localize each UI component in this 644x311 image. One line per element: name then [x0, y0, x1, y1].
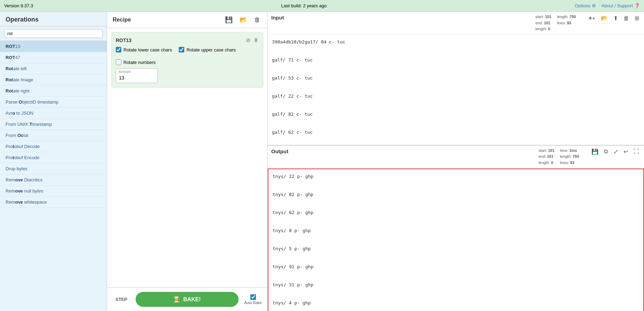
- search-input[interactable]: [4, 29, 103, 38]
- output-line: tnys/ 82 p- ghp: [273, 190, 639, 199]
- input-header: Input start: 101 length: 750 end: 101 li…: [268, 12, 644, 35]
- sidebar-item-rotate-image[interactable]: Rotate Image: [0, 74, 107, 85]
- rot13-title: ROT13: [116, 38, 131, 43]
- output-length-label: length: 750: [560, 154, 579, 160]
- sidebar-item-from-unix[interactable]: From UNIX Timestamp: [0, 119, 107, 130]
- amount-label: Amount: [119, 70, 130, 74]
- upload-icon: [613, 15, 618, 21]
- rotate-lower-checkbox[interactable]: [116, 47, 121, 52]
- rot13-disable-button[interactable]: [246, 37, 250, 43]
- plus-icon: +: [588, 15, 595, 21]
- sidebar-item-rotate-right[interactable]: Rotate right: [0, 85, 107, 97]
- input-actions: +: [587, 14, 641, 23]
- sidebar-item-from-octal[interactable]: From Octal: [0, 130, 107, 141]
- about-link[interactable]: About / Support: [602, 3, 640, 8]
- sidebar-item-parse-objectid[interactable]: Parse ObjectID timestamp: [0, 97, 107, 108]
- sidebar-item-rotate-left[interactable]: Rotate left: [0, 63, 107, 74]
- chef-icon: [174, 296, 180, 303]
- step-button[interactable]: STEP: [113, 295, 130, 303]
- main-layout: Operations ROT13 ROT47 Rotate left Rotat…: [0, 12, 644, 311]
- input-line: [272, 119, 640, 128]
- output-line: [273, 308, 639, 311]
- input-end-label: end: 101: [536, 20, 552, 26]
- recipe-actions: [224, 15, 262, 24]
- rotate-lower-checkbox-item[interactable]: Rotate lower case chars: [116, 47, 172, 52]
- sidebar-item-drop-bytes[interactable]: Drop bytes: [0, 163, 107, 174]
- recipe-save-button[interactable]: [224, 15, 234, 24]
- sidebar-item-rot13[interactable]: ROT13: [0, 41, 107, 52]
- top-right-links: Options About / Support: [575, 3, 640, 8]
- recipe-panel: Recipe ROT13: [107, 12, 268, 311]
- output-line: tnys/ 5 p- ghp: [273, 244, 639, 253]
- input-length-label: length: 750: [557, 14, 576, 20]
- top-bar: Version 9.37.3 Last build: 2 years ago O…: [0, 0, 644, 12]
- output-title: Output: [271, 148, 288, 154]
- input-grid-button[interactable]: [633, 14, 641, 22]
- output-line: [273, 217, 639, 226]
- copy-icon: [604, 148, 608, 154]
- output-fullscreen-button[interactable]: [632, 148, 641, 155]
- sidebar-item-protobuf-encode[interactable]: Protobuf Encode: [0, 152, 107, 163]
- sidebar-list: ROT13 ROT47 Rotate left Rotate Image Rot…: [0, 41, 107, 311]
- bake-bar: STEP BAKE! Auto Bake: [107, 287, 267, 311]
- save-icon: [225, 16, 233, 23]
- right-panel: Input start: 101 length: 750 end: 101 li…: [268, 12, 644, 311]
- input-line: galf/ 82 c- tuc: [272, 110, 640, 119]
- sidebar-item-remove-whitespace[interactable]: Remove whitespace: [0, 197, 107, 208]
- sidebar-item-remove-null[interactable]: Remove null bytes: [0, 186, 107, 197]
- input-line: galf/ 53 c- tuc: [272, 74, 640, 83]
- sidebar-item-remove-diacritics[interactable]: Remove Diacritics: [0, 174, 107, 186]
- recipe-delete-button[interactable]: [253, 16, 262, 24]
- amount-field: Amount: [116, 68, 259, 83]
- divider-dots: · · · · · · · · · ·: [268, 140, 644, 145]
- open-icon: [240, 16, 247, 23]
- input-delete-button[interactable]: [622, 15, 630, 22]
- question-icon: [634, 3, 640, 8]
- output-length2-label: length: 0: [539, 160, 555, 166]
- input-line: 398a4db10/b2ga17/ 04 c- tuc: [272, 38, 640, 47]
- bake-button[interactable]: BAKE!: [136, 292, 239, 307]
- input-content: 398a4db10/b2ga17/ 04 c- tuc galf/ 71 c- …: [268, 35, 644, 140]
- input-open-button[interactable]: [599, 14, 609, 22]
- recipe-open-button[interactable]: [238, 15, 249, 24]
- input-line: [272, 101, 640, 110]
- output-line: [273, 253, 639, 262]
- rot13-pause-button[interactable]: [253, 37, 259, 43]
- last-build-label: Last build: 2 years ago: [281, 3, 327, 8]
- sidebar-item-protobuf-decode[interactable]: Protobuf Decode: [0, 141, 107, 152]
- auto-bake-checkbox[interactable]: [250, 294, 256, 300]
- rot13-block: ROT13 Rotate lower case chars: [111, 32, 263, 88]
- rotate-numbers-checkbox[interactable]: [116, 59, 121, 65]
- input-meta: start: 101 length: 750 end: 101 lines: 9…: [536, 14, 576, 32]
- undo-icon: [623, 149, 628, 155]
- options-link[interactable]: Options: [575, 3, 596, 8]
- output-line: tnys/ 62 p- ghp: [273, 208, 639, 217]
- delete-icon: [623, 15, 629, 21]
- output-undo-button[interactable]: [622, 148, 629, 156]
- sidebar-item-rot47[interactable]: ROT47: [0, 52, 107, 63]
- output-line: tnys/ 91 p- ghp: [273, 262, 639, 271]
- rotate-upper-checkbox-item[interactable]: Rotate upper case chars: [179, 47, 236, 52]
- output-lines-label: lines: 93: [560, 160, 579, 166]
- input-line: galf/ 62 c- tuc: [272, 128, 640, 137]
- input-line: [272, 47, 640, 56]
- output-copy-button[interactable]: [603, 148, 609, 155]
- input-line: [272, 65, 640, 74]
- rotate-upper-checkbox[interactable]: [179, 47, 184, 52]
- recipe-title: Recipe: [113, 17, 131, 23]
- input-line: [272, 83, 640, 92]
- trash-icon: [254, 16, 260, 23]
- input-upload-button[interactable]: [612, 14, 619, 22]
- search-box: [0, 26, 107, 41]
- rotate-numbers-checkbox-item[interactable]: Rotate numbers: [116, 59, 156, 65]
- input-add-button[interactable]: +: [587, 14, 597, 23]
- output-expand-button[interactable]: [612, 148, 619, 156]
- input-start-label: start: 101: [536, 14, 552, 20]
- input-title: Input: [271, 14, 284, 21]
- rot13-block-header: ROT13: [116, 37, 259, 43]
- output-save-button[interactable]: [590, 148, 600, 156]
- output-end-label: end: 101: [539, 154, 555, 160]
- sidebar-item-avro[interactable]: Avro to JSON: [0, 108, 107, 119]
- sidebar-title: Operations: [0, 12, 107, 26]
- gear-icon: [592, 3, 596, 8]
